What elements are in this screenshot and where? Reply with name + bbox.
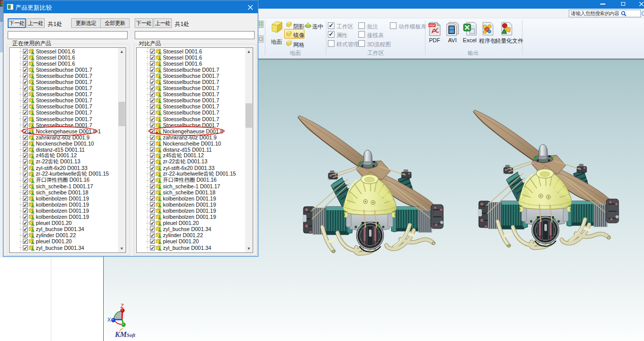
svg-text:Z: Z <box>120 303 124 309</box>
svg-text:X: X <box>107 317 111 323</box>
svg-text:PDF: PDF <box>430 24 436 27</box>
